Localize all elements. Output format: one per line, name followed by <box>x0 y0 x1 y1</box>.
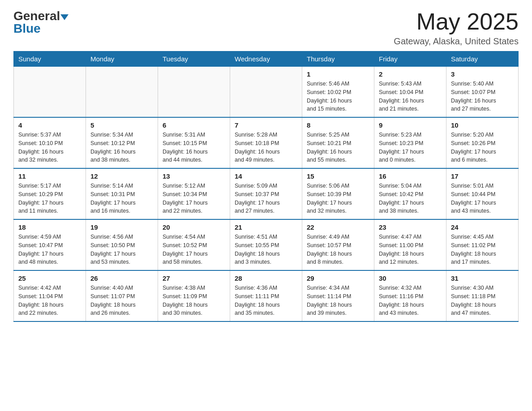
day-info: Sunrise: 5:06 AMSunset: 10:39 PMDaylight… <box>307 182 369 215</box>
calendar-cell: 2Sunrise: 5:43 AMSunset: 10:04 PMDayligh… <box>374 67 446 118</box>
day-info: Sunrise: 4:42 AMSunset: 11:04 PMDaylight… <box>18 284 81 317</box>
calendar-cell: 6Sunrise: 5:31 AMSunset: 10:15 PMDayligh… <box>158 117 230 168</box>
calendar-cell: 19Sunrise: 4:56 AMSunset: 10:50 PMDaylig… <box>86 219 158 270</box>
day-info: Sunrise: 5:28 AMSunset: 10:18 PMDaylight… <box>235 131 297 164</box>
calendar-cell: 29Sunrise: 4:34 AMSunset: 11:14 PMDaylig… <box>302 270 374 321</box>
calendar-cell: 5Sunrise: 5:34 AMSunset: 10:12 PMDayligh… <box>86 117 158 168</box>
calendar-cell: 24Sunrise: 4:45 AMSunset: 11:02 PMDaylig… <box>446 219 519 270</box>
day-number: 20 <box>163 223 225 231</box>
weekday-tuesday: Tuesday <box>158 51 230 67</box>
calendar-week-3: 11Sunrise: 5:17 AMSunset: 10:29 PMDaylig… <box>14 168 519 219</box>
day-number: 1 <box>307 70 369 78</box>
day-info: Sunrise: 5:46 AMSunset: 10:02 PMDaylight… <box>307 80 369 113</box>
day-info: Sunrise: 4:45 AMSunset: 11:02 PMDaylight… <box>451 233 514 266</box>
day-number: 3 <box>451 70 514 78</box>
calendar-cell: 1Sunrise: 5:46 AMSunset: 10:02 PMDayligh… <box>302 67 374 118</box>
calendar-cell: 13Sunrise: 5:12 AMSunset: 10:34 PMDaylig… <box>158 168 230 219</box>
calendar-week-1: 1Sunrise: 5:46 AMSunset: 10:02 PMDayligh… <box>14 67 519 118</box>
weekday-friday: Friday <box>374 51 446 67</box>
day-number: 30 <box>379 274 442 282</box>
day-info: Sunrise: 5:01 AMSunset: 10:44 PMDaylight… <box>451 182 514 215</box>
day-number: 24 <box>451 223 514 231</box>
calendar-cell: 10Sunrise: 5:20 AMSunset: 10:26 PMDaylig… <box>446 117 519 168</box>
day-info: Sunrise: 5:25 AMSunset: 10:21 PMDaylight… <box>307 131 369 164</box>
day-number: 31 <box>451 274 514 282</box>
calendar-cell: 15Sunrise: 5:06 AMSunset: 10:39 PMDaylig… <box>302 168 374 219</box>
calendar-cell: 23Sunrise: 4:47 AMSunset: 11:00 PMDaylig… <box>374 219 446 270</box>
calendar-cell: 31Sunrise: 4:30 AMSunset: 11:18 PMDaylig… <box>446 270 519 321</box>
calendar-cell: 11Sunrise: 5:17 AMSunset: 10:29 PMDaylig… <box>14 168 86 219</box>
day-number: 10 <box>451 121 514 129</box>
day-number: 21 <box>235 223 297 231</box>
calendar-cell: 27Sunrise: 4:38 AMSunset: 11:09 PMDaylig… <box>158 270 230 321</box>
day-number: 23 <box>379 223 442 231</box>
weekday-header-row: SundayMondayTuesdayWednesdayThursdayFrid… <box>14 51 519 67</box>
calendar-cell: 17Sunrise: 5:01 AMSunset: 10:44 PMDaylig… <box>446 168 519 219</box>
day-info: Sunrise: 5:09 AMSunset: 10:37 PMDaylight… <box>235 182 297 215</box>
calendar-week-2: 4Sunrise: 5:37 AMSunset: 10:10 PMDayligh… <box>14 117 519 168</box>
day-number: 19 <box>90 223 153 231</box>
calendar-cell: 22Sunrise: 4:49 AMSunset: 10:57 PMDaylig… <box>302 219 374 270</box>
calendar-cell: 30Sunrise: 4:32 AMSunset: 11:16 PMDaylig… <box>374 270 446 321</box>
day-info: Sunrise: 4:34 AMSunset: 11:14 PMDaylight… <box>307 284 369 317</box>
weekday-monday: Monday <box>86 51 158 67</box>
day-number: 11 <box>18 172 81 180</box>
calendar-cell: 12Sunrise: 5:14 AMSunset: 10:31 PMDaylig… <box>86 168 158 219</box>
location-label: Gateway, Alaska, United States <box>394 36 519 47</box>
day-number: 16 <box>379 172 442 180</box>
day-number: 27 <box>163 274 225 282</box>
day-info: Sunrise: 5:14 AMSunset: 10:31 PMDaylight… <box>90 182 153 215</box>
day-info: Sunrise: 4:59 AMSunset: 10:47 PMDaylight… <box>18 233 81 266</box>
calendar-cell: 18Sunrise: 4:59 AMSunset: 10:47 PMDaylig… <box>14 219 86 270</box>
day-number: 29 <box>307 274 369 282</box>
day-number: 14 <box>235 172 297 180</box>
calendar-cell: 7Sunrise: 5:28 AMSunset: 10:18 PMDayligh… <box>230 117 302 168</box>
day-number: 12 <box>90 172 153 180</box>
day-info: Sunrise: 4:51 AMSunset: 10:55 PMDaylight… <box>235 233 297 266</box>
day-info: Sunrise: 4:40 AMSunset: 11:07 PMDaylight… <box>90 284 153 317</box>
day-info: Sunrise: 5:31 AMSunset: 10:15 PMDaylight… <box>163 131 225 164</box>
day-info: Sunrise: 5:04 AMSunset: 10:42 PMDaylight… <box>379 182 442 215</box>
calendar-cell: 9Sunrise: 5:23 AMSunset: 10:23 PMDayligh… <box>374 117 446 168</box>
calendar-cell: 3Sunrise: 5:40 AMSunset: 10:07 PMDayligh… <box>446 67 519 118</box>
day-number: 9 <box>379 121 442 129</box>
weekday-wednesday: Wednesday <box>230 51 302 67</box>
weekday-sunday: Sunday <box>14 51 86 67</box>
day-info: Sunrise: 4:56 AMSunset: 10:50 PMDaylight… <box>90 233 153 266</box>
day-info: Sunrise: 5:40 AMSunset: 10:07 PMDaylight… <box>451 80 514 113</box>
day-number: 17 <box>451 172 514 180</box>
day-info: Sunrise: 5:20 AMSunset: 10:26 PMDaylight… <box>451 131 514 164</box>
calendar-cell <box>86 67 158 118</box>
day-number: 26 <box>90 274 153 282</box>
day-info: Sunrise: 4:36 AMSunset: 11:11 PMDaylight… <box>235 284 297 317</box>
day-number: 2 <box>379 70 442 78</box>
calendar-cell: 25Sunrise: 4:42 AMSunset: 11:04 PMDaylig… <box>14 270 86 321</box>
calendar-cell: 16Sunrise: 5:04 AMSunset: 10:42 PMDaylig… <box>374 168 446 219</box>
day-info: Sunrise: 4:54 AMSunset: 10:52 PMDaylight… <box>163 233 225 266</box>
day-number: 13 <box>163 172 225 180</box>
day-info: Sunrise: 4:38 AMSunset: 11:09 PMDaylight… <box>163 284 225 317</box>
day-number: 8 <box>307 121 369 129</box>
day-number: 7 <box>235 121 297 129</box>
day-number: 4 <box>18 121 81 129</box>
calendar-week-4: 18Sunrise: 4:59 AMSunset: 10:47 PMDaylig… <box>14 219 519 270</box>
day-info: Sunrise: 4:49 AMSunset: 10:57 PMDaylight… <box>307 233 369 266</box>
calendar-table: SundayMondayTuesdayWednesdayThursdayFrid… <box>13 51 519 322</box>
calendar-cell: 28Sunrise: 4:36 AMSunset: 11:11 PMDaylig… <box>230 270 302 321</box>
day-info: Sunrise: 4:30 AMSunset: 11:18 PMDaylight… <box>451 284 514 317</box>
day-number: 15 <box>307 172 369 180</box>
day-info: Sunrise: 5:17 AMSunset: 10:29 PMDaylight… <box>18 182 81 215</box>
day-number: 28 <box>235 274 297 282</box>
day-info: Sunrise: 5:34 AMSunset: 10:12 PMDaylight… <box>90 131 153 164</box>
day-info: Sunrise: 5:23 AMSunset: 10:23 PMDaylight… <box>379 131 442 164</box>
day-info: Sunrise: 4:47 AMSunset: 11:00 PMDaylight… <box>379 233 442 266</box>
day-number: 22 <box>307 223 369 231</box>
day-info: Sunrise: 5:43 AMSunset: 10:04 PMDaylight… <box>379 80 442 113</box>
logo-triangle-icon <box>60 14 69 20</box>
day-info: Sunrise: 5:12 AMSunset: 10:34 PMDaylight… <box>163 182 225 215</box>
calendar-cell: 8Sunrise: 5:25 AMSunset: 10:21 PMDayligh… <box>302 117 374 168</box>
calendar-cell: 26Sunrise: 4:40 AMSunset: 11:07 PMDaylig… <box>86 270 158 321</box>
calendar-cell: 4Sunrise: 5:37 AMSunset: 10:10 PMDayligh… <box>14 117 86 168</box>
calendar-week-5: 25Sunrise: 4:42 AMSunset: 11:04 PMDaylig… <box>14 270 519 321</box>
page-header: General Blue May 2025 Gateway, Alaska, U… <box>13 9 519 47</box>
